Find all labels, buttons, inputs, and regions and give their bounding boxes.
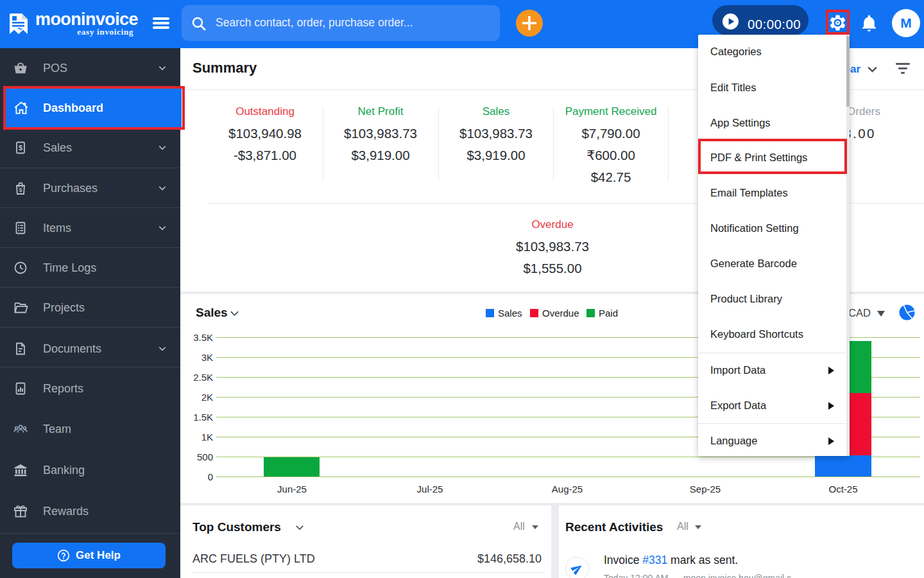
svg-text:$: $ [19, 144, 22, 152]
svg-text:$: $ [19, 187, 22, 193]
